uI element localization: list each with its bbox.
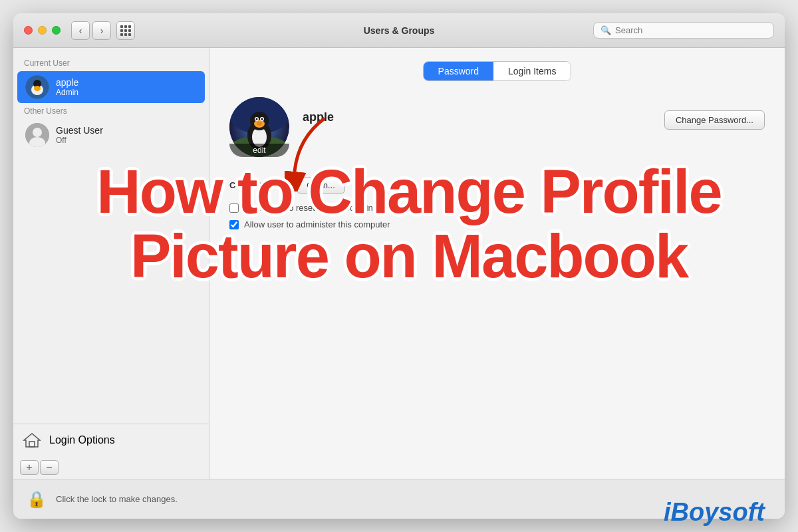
minimize-button[interactable] [38,26,47,35]
svg-point-3 [34,86,41,91]
avatar-guest [25,123,49,147]
apple-user-info: apple Admin [56,77,78,97]
avatar-apple [25,75,49,99]
sidebar-item-guest[interactable]: Guest User Off [17,119,205,151]
remove-user-button[interactable]: − [40,460,59,475]
guest-user-name: Guest User [56,125,103,136]
nav-buttons: ‹ › [71,21,111,40]
titlebar: ‹ › Users & Groups 🔍 [13,13,785,48]
search-input[interactable] [615,25,767,35]
lock-icon[interactable]: 🔒 [27,490,47,509]
back-button[interactable]: ‹ [71,21,90,40]
reset-password-label: Allow user to reset password using Apple… [244,203,413,213]
red-arrow [285,112,338,194]
window-title: Users & Groups [364,25,435,36]
apple-user-name: apple [56,77,78,88]
add-user-button[interactable]: + [20,460,39,475]
tab-password[interactable]: Password [424,62,493,80]
guest-user-info: Guest User Off [56,125,103,145]
content-area: Current User apple Admin [13,48,785,479]
grid-icon [120,25,131,36]
svg-point-18 [256,118,258,120]
guest-user-status: Off [56,136,103,145]
forward-button[interactable]: › [92,21,111,40]
change-password-button[interactable]: Change Password... [664,110,765,130]
administer-checkbox[interactable] [229,220,239,229]
grid-view-button[interactable] [116,21,135,40]
sidebar-spacer [13,152,209,424]
sidebar-item-apple[interactable]: apple Admin [17,71,205,103]
login-options-label: Login Options [49,434,115,446]
svg-point-5 [33,128,42,137]
close-button[interactable] [24,26,33,35]
search-box[interactable]: 🔍 [593,22,774,39]
fullscreen-button[interactable] [52,26,61,35]
iboysoft-text: iBoysoft [664,498,765,526]
svg-marker-22 [290,178,299,188]
sidebar-bottom-buttons: + − [13,456,209,479]
profile-pic-wrapper[interactable]: edit [229,97,289,157]
tab-group: Password Login Items [423,61,572,81]
other-users-label: Other Users [13,104,209,118]
svg-point-19 [261,118,263,120]
login-options-row[interactable]: Login Options [13,424,209,456]
traffic-lights [24,26,61,35]
sidebar: Current User apple Admin [13,48,209,479]
svg-rect-8 [29,442,35,447]
administer-label: Allow user to administer this computer [244,219,390,229]
iboysoft-brand: iBoysoft [664,498,765,527]
search-icon: 🔍 [600,25,611,35]
checkbox-reset-password-row: Allow user to reset password using Apple… [229,203,765,213]
reset-password-checkbox[interactable] [229,203,239,213]
house-icon [21,430,43,451]
lock-label: Click the lock to make changes. [56,494,178,504]
current-user-label: Current User [13,56,209,70]
edit-label: edit [229,144,289,157]
tab-login-items[interactable]: Login Items [493,62,571,80]
checkbox-admin-row: Allow user to administer this computer [229,219,765,229]
svg-marker-7 [24,434,40,447]
main-window: ‹ › Users & Groups 🔍 Current User [13,13,785,519]
apple-user-role: Admin [56,88,78,97]
contacts-card-label: Contacts Card: [229,180,291,190]
tab-bar: Password Login Items [229,61,765,81]
svg-point-20 [257,122,262,126]
